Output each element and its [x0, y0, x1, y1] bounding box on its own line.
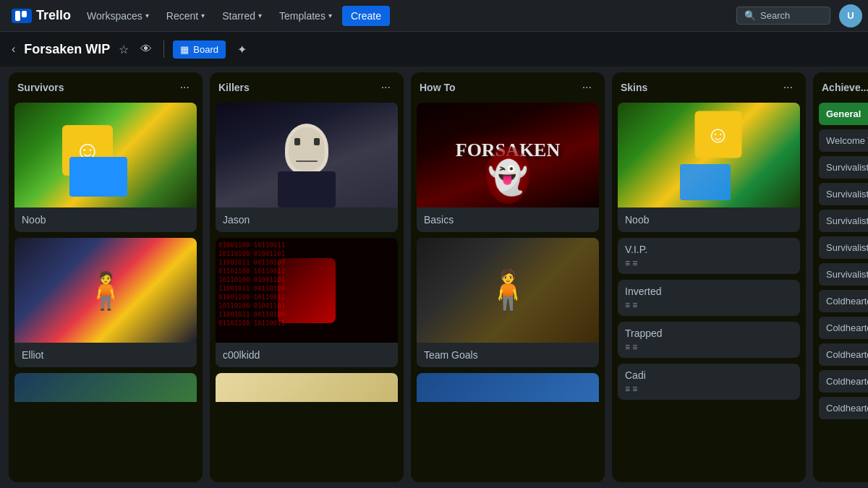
search-bar[interactable]: 🔍 Search: [736, 7, 830, 25]
skins-cards: ☺ Noob V.I.P. ≡ ≡ Inverted ≡ ≡ Trapped ≡: [612, 100, 806, 482]
achievements-cards: General Welcome T... Survivalist... Surv…: [813, 100, 868, 482]
killers-column: Killers ··· Jason: [210, 72, 404, 482]
coldhearte-5-achievement-card[interactable]: Coldhearte...: [819, 397, 868, 419]
team-goals-card-content: Team Goals: [417, 343, 599, 367]
workspaces-chevron-icon: ▾: [145, 12, 149, 20]
vip-card-menu-icon: ≡ ≡: [625, 258, 793, 268]
search-icon: 🔍: [744, 10, 756, 21]
board-view-button[interactable]: ▦ Board: [173, 40, 226, 59]
star-icon: ☆: [119, 43, 129, 56]
templates-chevron-icon: ▾: [328, 12, 332, 20]
team-goals-card-title: Team Goals: [424, 349, 478, 361]
survivalist-2-achievement-card[interactable]: Survivalist...: [819, 183, 868, 205]
killers-column-menu-button[interactable]: ···: [377, 80, 395, 95]
inverted-card-title: Inverted: [625, 286, 793, 297]
how-to-column-title: How To: [420, 82, 456, 93]
recent-chevron-icon: ▾: [201, 12, 205, 20]
inverted-card-menu-icon: ≡ ≡: [625, 300, 793, 310]
customize-icon: ✦: [237, 43, 247, 56]
inverted-card[interactable]: Inverted ≡ ≡: [618, 280, 800, 316]
skins-column-header: Skins ···: [612, 72, 806, 100]
achievements-column: Achieve... ··· General Welcome T... Surv…: [813, 72, 868, 482]
trello-wordmark: Trello: [36, 8, 71, 23]
noob-survivor-card[interactable]: ☺ Noob: [14, 103, 197, 232]
survivors-cards: ☺ Noob 🧍 Elliot: [9, 100, 203, 482]
elliot-card-title: Elliot: [22, 349, 43, 361]
survivalist-4-achievement-card[interactable]: Survivalist...: [819, 236, 868, 259]
recent-menu[interactable]: Recent ▾: [159, 4, 212, 27]
noob-skin-card-title: Noob: [625, 214, 649, 226]
survivors-column-title: Survivors: [17, 82, 64, 93]
how-to-column-menu-button[interactable]: ···: [578, 80, 596, 95]
board-content: Survivors ··· ☺ Noob 🧍 Elliot: [0, 67, 868, 488]
cadi-card-title: Cadi: [625, 369, 793, 381]
top-nav: Trello Workspaces ▾ Recent ▾ Starred ▾ T…: [0, 0, 868, 32]
svg-rect-0: [15, 11, 20, 21]
skins-column: Skins ··· ☺ Noob V.I.P. ≡ ≡ Inverted: [612, 72, 806, 482]
skins-column-title: Skins: [621, 82, 647, 93]
board-grid-icon: ▦: [180, 44, 189, 55]
starred-menu[interactable]: Starred ▾: [215, 4, 269, 27]
binary-overlay: 01001100 1011001110110100 01001101110010…: [216, 238, 398, 343]
templates-menu[interactable]: Templates ▾: [272, 4, 339, 27]
basics-card-content: Basics: [417, 207, 599, 232]
achievements-column-title: Achieve...: [822, 82, 868, 93]
cadi-card-menu-icon: ≡ ≡: [625, 384, 793, 394]
user-avatar[interactable]: U: [839, 4, 862, 27]
trapped-card[interactable]: Trapped ≡ ≡: [618, 322, 800, 358]
coldhearte-1-achievement-card[interactable]: Coldhearte...: [819, 290, 868, 312]
c00lkidd-card-content: c00lkidd: [216, 343, 398, 367]
killers-column-header: Killers ···: [210, 72, 404, 100]
trapped-card-menu-icon: ≡ ≡: [625, 342, 793, 352]
how-to-cards: FORSAKEN 👻 Basics 🧍 Team Goals: [411, 100, 605, 482]
survivors-column-menu-button[interactable]: ···: [176, 80, 194, 95]
noob-skin-card[interactable]: ☺ Noob: [618, 103, 800, 232]
elliot-card[interactable]: 🧍 Elliot: [14, 238, 197, 367]
c00lkidd-card-title: c00lkidd: [223, 349, 260, 361]
coldhearte-3-achievement-card[interactable]: Coldhearte...: [819, 343, 868, 366]
survivors-column-header: Survivors ···: [9, 72, 203, 100]
starred-chevron-icon: ▾: [258, 12, 262, 20]
watch-button[interactable]: 👁: [137, 40, 155, 59]
noob-survivor-card-title: Noob: [22, 214, 46, 226]
customize-button[interactable]: ✦: [231, 40, 252, 59]
how-to-column: How To ··· FORSAKEN 👻 Basics 🧍: [411, 72, 605, 482]
team-goals-card[interactable]: 🧍 Team Goals: [417, 238, 599, 367]
killers-cards: Jason 01001100 1011001110110100 01001101…: [210, 100, 404, 482]
svg-rect-1: [22, 11, 27, 17]
c00lkidd-card[interactable]: 01001100 1011001110110100 01001101110010…: [216, 238, 398, 367]
welcome-t-achievement-card[interactable]: Welcome T...: [819, 129, 868, 152]
board-title: Forsaken WIP: [24, 42, 110, 57]
skins-column-menu-button[interactable]: ···: [779, 80, 797, 95]
trello-logo-icon: [12, 9, 32, 23]
basics-card[interactable]: FORSAKEN 👻 Basics: [417, 103, 599, 232]
coldhearte-4-achievement-card[interactable]: Coldhearte...: [819, 370, 868, 393]
back-button[interactable]: ‹: [9, 40, 18, 59]
nav-logo[interactable]: Trello: [6, 5, 77, 26]
jason-card-title: Jason: [223, 214, 250, 226]
vip-card[interactable]: V.I.P. ≡ ≡: [618, 238, 800, 274]
trapped-card-title: Trapped: [625, 328, 793, 339]
eye-icon: 👁: [140, 43, 152, 55]
workspaces-menu[interactable]: Workspaces ▾: [80, 4, 156, 27]
jason-card[interactable]: Jason: [216, 103, 398, 232]
basics-card-title: Basics: [424, 214, 454, 226]
general-achievement-card[interactable]: General: [819, 103, 868, 125]
survivors-column: Survivors ··· ☺ Noob 🧍 Elliot: [9, 72, 203, 482]
cadi-card[interactable]: Cadi ≡ ≡: [618, 364, 800, 400]
vip-card-title: V.I.P.: [625, 244, 793, 255]
killers-column-title: Killers: [218, 82, 250, 93]
survivalist-5-achievement-card[interactable]: Survivalist...: [819, 263, 868, 286]
survivalist-1-achievement-card[interactable]: Survivalist...: [819, 156, 868, 179]
achievements-column-header: Achieve... ···: [813, 72, 868, 100]
how-to-column-header: How To ···: [411, 72, 605, 100]
board-header: ‹ Forsaken WIP ☆ 👁 ▦ Board ✦: [0, 32, 868, 67]
noob-skin-card-content: Noob: [618, 207, 800, 232]
create-button[interactable]: Create: [342, 6, 390, 26]
noob-survivor-card-content: Noob: [14, 207, 197, 232]
survivalist-3-achievement-card[interactable]: Survivalist...: [819, 210, 868, 232]
coldhearte-2-achievement-card[interactable]: Coldhearte...: [819, 317, 868, 339]
star-button[interactable]: ☆: [116, 40, 132, 59]
jason-card-content: Jason: [216, 207, 398, 232]
elliot-card-content: Elliot: [14, 343, 197, 367]
